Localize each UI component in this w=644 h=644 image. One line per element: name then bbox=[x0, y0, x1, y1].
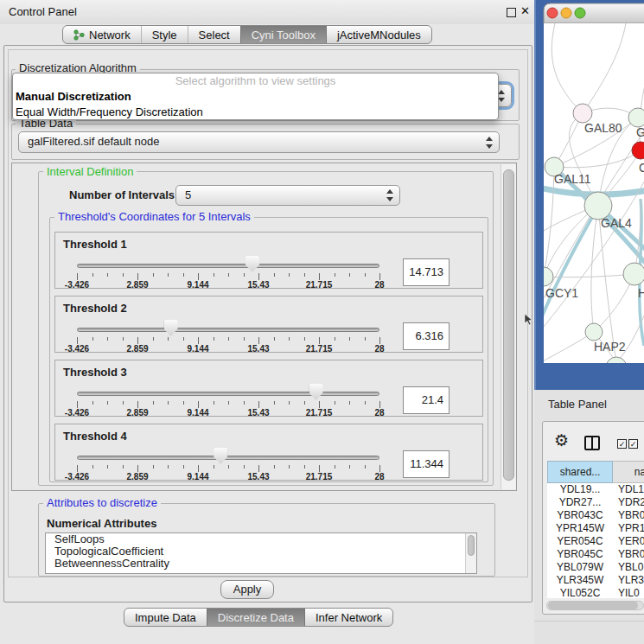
cell-shared-name[interactable]: YDL19... bbox=[547, 483, 613, 496]
node-label-hap2: HAP2 bbox=[594, 340, 626, 354]
threshold-panel-3: Threshold 3 -3.4262.8599.14415.4321.7152… bbox=[54, 360, 483, 417]
num-intervals-label: Number of Intervals bbox=[69, 188, 175, 201]
list-item[interactable]: BetweennessCentrality bbox=[46, 558, 476, 570]
tab-cyni-toolbox[interactable]: Cyni Toolbox bbox=[240, 26, 326, 43]
gear-icon[interactable]: ⚙ bbox=[554, 432, 569, 449]
cell-name[interactable]: YBR0 bbox=[613, 548, 644, 561]
panel-title: Control Panel bbox=[9, 5, 77, 18]
vertical-scrollbar[interactable] bbox=[501, 164, 516, 489]
tab-select[interactable]: Select bbox=[188, 26, 240, 43]
node-pink[interactable] bbox=[573, 104, 592, 123]
split-column-icon[interactable] bbox=[584, 436, 600, 450]
list-item[interactable]: SelfLoops bbox=[46, 533, 476, 545]
cell-name[interactable]: YBR0 bbox=[613, 509, 644, 522]
threshold-1-value-field[interactable]: 14.713 bbox=[403, 258, 450, 286]
checkbox-icon[interactable]: ✓ bbox=[617, 439, 627, 449]
table-row[interactable]: YDR27...YDR2 bbox=[547, 496, 644, 509]
node-label-gal4: GAL4 bbox=[601, 216, 632, 230]
cell-shared-name[interactable]: YPR145W bbox=[547, 522, 613, 535]
node-h[interactable] bbox=[623, 263, 644, 285]
slider-tick-labels: -3.4262.8599.14415.4321.71528 bbox=[77, 280, 379, 290]
mouse-cursor bbox=[524, 314, 534, 326]
tab-impute-data[interactable]: Impute Data bbox=[124, 609, 207, 626]
table-row[interactable]: YLR345WYLR3 bbox=[547, 574, 644, 587]
threshold-2-value-field[interactable]: 6.316 bbox=[403, 322, 450, 350]
table-row[interactable]: YBL079WYBL0 bbox=[547, 561, 644, 574]
cell-name[interactable]: YPR1 bbox=[613, 522, 644, 535]
threshold-4-slider-thumb[interactable] bbox=[214, 448, 227, 464]
network-window-titlebar[interactable] bbox=[544, 3, 644, 23]
zoom-traffic-light[interactable] bbox=[575, 8, 585, 18]
table-row[interactable]: YBR045CYBR0 bbox=[547, 548, 644, 561]
cell-name[interactable]: YIL0 bbox=[613, 587, 644, 598]
table-row[interactable]: YPR145WYPR1 bbox=[547, 522, 644, 535]
tab-style[interactable]: Style bbox=[141, 26, 188, 43]
attributes-list-scrollbar[interactable] bbox=[465, 533, 476, 573]
slider-tick-labels: -3.4262.8599.14415.4321.71528 bbox=[77, 408, 379, 418]
close-traffic-light[interactable] bbox=[547, 8, 558, 18]
thresholds-group-title: Threshold's Coordinates for 5 Intervals bbox=[54, 211, 254, 223]
numerical-attributes-list[interactable]: SelfLoopsTopologicalCoefficientBetweenne… bbox=[45, 532, 477, 574]
combo-stepper-icon bbox=[498, 90, 506, 102]
node-hap2[interactable] bbox=[585, 323, 603, 341]
table-data-combobox-value: galFiltered.sif default node bbox=[28, 135, 159, 148]
algorithm-dropdown-popup: Select algorithm to view settings Manual… bbox=[12, 73, 499, 120]
node-bottom-partial[interactable] bbox=[606, 357, 627, 378]
threshold-3-slider-thumb[interactable] bbox=[309, 384, 323, 400]
combo-stepper-icon bbox=[386, 189, 394, 201]
cell-name[interactable]: YBL0 bbox=[613, 561, 644, 574]
network-view[interactable]: GAL80 GA GAL11 C GAL4 GCY1 H HAP2 bbox=[535, 0, 644, 390]
threshold-3-value-field[interactable]: 21.4 bbox=[403, 386, 450, 414]
list-item[interactable]: TopologicalCoefficient bbox=[46, 545, 476, 558]
cell-name[interactable]: YLR3 bbox=[613, 574, 644, 587]
threshold-1-slider-thumb[interactable] bbox=[245, 256, 259, 272]
node-green-top-right[interactable] bbox=[628, 108, 644, 127]
attributes-group-title: Attributes to discretize bbox=[43, 497, 161, 509]
num-intervals-combobox[interactable]: 5 bbox=[175, 185, 400, 206]
node-label-gal11: GAL11 bbox=[554, 172, 591, 186]
table-data-combobox[interactable]: galFiltered.sif default node bbox=[18, 131, 500, 153]
tab-network-label: Network bbox=[89, 29, 131, 41]
vertical-scrollbar-thumb[interactable] bbox=[503, 169, 514, 481]
cell-shared-name[interactable]: YER054C bbox=[547, 535, 613, 548]
column-header-shared-name[interactable]: shared... bbox=[547, 461, 613, 483]
dropdown-option-equal-width[interactable]: Equal Width/Frequency Discretization bbox=[13, 105, 498, 120]
threshold-2-slider-thumb[interactable] bbox=[164, 320, 178, 336]
column-header-name[interactable]: na bbox=[613, 461, 644, 483]
cell-name[interactable]: YDL1 bbox=[613, 483, 644, 496]
cell-name[interactable]: YDR2 bbox=[613, 496, 644, 509]
apply-button[interactable]: Apply bbox=[220, 580, 274, 599]
close-icon[interactable]: ✕ bbox=[520, 4, 530, 17]
table-row[interactable]: YIL052CYIL0 bbox=[547, 587, 644, 598]
cell-shared-name[interactable]: YIL052C bbox=[547, 587, 613, 598]
table-row[interactable]: YBR043CYBR0 bbox=[547, 509, 644, 522]
cell-shared-name[interactable]: YBR043C bbox=[547, 509, 613, 522]
tab-infer-network[interactable]: Infer Network bbox=[304, 609, 392, 626]
node-label-gcy1: GCY1 bbox=[545, 286, 578, 300]
control-panel-tabbar: Network Style Select Cyni Toolbox jActiv… bbox=[62, 25, 432, 44]
table-header-row: shared... na bbox=[547, 461, 644, 483]
checkbox-icon[interactable]: ✓ bbox=[628, 439, 638, 449]
node-gcy1[interactable] bbox=[535, 267, 553, 286]
minimize-traffic-light[interactable] bbox=[561, 8, 571, 18]
tab-jactivemnodules[interactable]: jActiveMNodules bbox=[326, 26, 431, 43]
combo-stepper-icon bbox=[486, 137, 494, 149]
cell-shared-name[interactable]: YDR27... bbox=[547, 496, 613, 509]
threshold-4-value-field[interactable]: 11.344 bbox=[403, 450, 450, 478]
threshold-panel-4: Threshold 4 -3.4262.8599.14415.4321.7152… bbox=[54, 424, 483, 481]
cell-shared-name[interactable]: YBL079W bbox=[547, 561, 613, 574]
numerical-attributes-label: Numerical Attributes bbox=[47, 517, 156, 530]
cell-name[interactable]: YER0 bbox=[613, 535, 644, 548]
float-window-icon[interactable] bbox=[507, 8, 516, 17]
cell-shared-name[interactable]: YBR045C bbox=[547, 548, 613, 561]
attributes-list-scrollbar-thumb[interactable] bbox=[468, 535, 475, 556]
table-panel-title: Table Panel bbox=[548, 398, 607, 411]
tab-discretize-data[interactable]: Discretize Data bbox=[207, 609, 304, 626]
horizontal-scrollbar-thumb[interactable] bbox=[548, 602, 638, 609]
table-row[interactable]: YDL19...YDL1 bbox=[547, 483, 644, 496]
table-rows: YDL19...YDL1YDR27...YDR2YBR043CYBR0YPR14… bbox=[547, 483, 644, 598]
tab-network[interactable]: Network bbox=[63, 26, 141, 43]
table-row[interactable]: YER054CYER0 bbox=[547, 535, 644, 548]
dropdown-option-manual[interactable]: Manual Discretization bbox=[13, 89, 498, 105]
cell-shared-name[interactable]: YLR345W bbox=[547, 574, 613, 587]
